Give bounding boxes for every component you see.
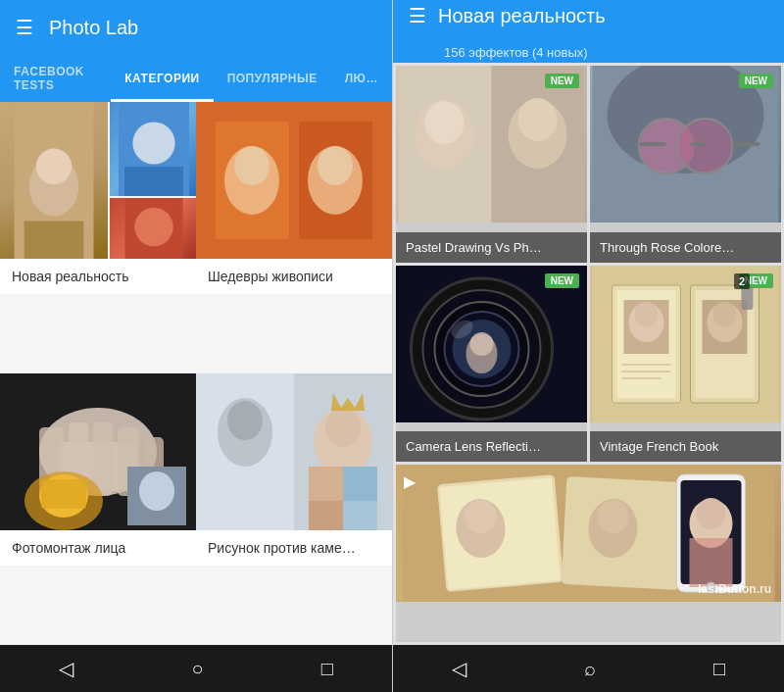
right-header-row: ☰ Новая реальность	[409, 4, 606, 27]
effect-card-rose[interactable]: NEW Through Rose Colore…	[590, 66, 781, 263]
right-back-nav-icon[interactable]: ◁	[452, 657, 466, 680]
svg-point-72	[635, 302, 659, 327]
right-header-subtitle: 156 эффектов (4 новых)	[444, 45, 588, 60]
right-menu-icon[interactable]: ☰	[409, 4, 426, 27]
left-panel: ☰ Photo Lab FACEBOOK TESTS КАТЕГОРИИ ПОП…	[0, 0, 392, 692]
effect-card-camera[interactable]: NEW Camera Lens Reflecti…	[396, 266, 587, 463]
new-badge-rose: NEW	[739, 74, 773, 88]
svg-point-16	[234, 146, 270, 185]
svg-rect-75	[622, 377, 662, 379]
effect-card-book-phone[interactable]: ▶ lastButton.ru	[396, 465, 781, 642]
svg-rect-74	[622, 371, 671, 372]
left-header: ☰ Photo Lab	[0, 0, 392, 55]
effect-card-pastel[interactable]: NEW Pastel Drawing Vs Ph…	[396, 66, 587, 263]
svg-point-49	[518, 98, 558, 141]
svg-rect-39	[309, 467, 343, 501]
new-badge-camera: NEW	[545, 273, 579, 288]
svg-rect-41	[309, 501, 343, 530]
recents-nav-icon[interactable]: □	[321, 658, 333, 680]
right-panel: ☰ Новая реальность 156 эффектов (4 новых…	[392, 0, 784, 692]
svg-rect-40	[343, 467, 377, 501]
right-search-icon[interactable]: ⌕	[584, 658, 596, 680]
svg-point-30	[139, 471, 174, 511]
video-icon-badge: ▶	[404, 472, 416, 491]
tab-categories[interactable]: КАТЕГОРИИ	[111, 55, 213, 102]
effect-card-vintage[interactable]: NEW 2 Vintage French Book	[590, 266, 781, 463]
watermark: lastButton.ru	[698, 582, 771, 596]
svg-point-94	[697, 498, 726, 529]
category-card-nueva[interactable]: Новая реальность	[0, 102, 196, 373]
tab-facebook-tests[interactable]: FACEBOOK TESTS	[0, 55, 111, 102]
new-badge-pastel: NEW	[545, 74, 579, 88]
tab-more[interactable]: ЛЮ…	[331, 55, 392, 102]
category-card-shedevry[interactable]: Шедевры живописи	[196, 102, 392, 373]
svg-point-17	[318, 146, 353, 185]
category-label-face: Фотомонтаж лица	[0, 530, 196, 566]
svg-point-46	[425, 101, 465, 144]
left-menu-icon[interactable]: ☰	[16, 16, 33, 39]
svg-rect-28	[41, 479, 86, 509]
svg-rect-95	[690, 538, 733, 587]
right-recents-nav-icon[interactable]: □	[713, 658, 725, 680]
right-header-title: Новая реальность	[438, 5, 606, 27]
svg-rect-3	[24, 222, 84, 260]
category-label-risunok: Рисунок против каме…	[196, 530, 392, 566]
home-nav-icon[interactable]: ○	[191, 658, 203, 680]
svg-rect-73	[622, 364, 671, 366]
left-header-title: Photo Lab	[49, 17, 138, 39]
left-nav-bar: ◁ ○ □	[0, 645, 392, 692]
number-badge-vintage: 2	[734, 273, 750, 289]
svg-point-65	[470, 332, 494, 356]
svg-point-80	[713, 302, 737, 327]
svg-point-2	[36, 149, 72, 184]
back-nav-icon[interactable]: ◁	[59, 657, 74, 680]
right-nav-bar: ◁ ⌕ □	[393, 645, 784, 692]
svg-point-34	[227, 401, 263, 440]
svg-rect-6	[124, 167, 183, 196]
svg-rect-57	[733, 142, 760, 146]
left-tabs: FACEBOOK TESTS КАТЕГОРИИ ПОПУЛЯРНЫЕ ЛЮ…	[0, 55, 392, 102]
svg-point-8	[134, 208, 172, 246]
category-label-shedevry: Шедевры живописи	[196, 259, 392, 294]
right-effects-grid: NEW Pastel Drawing Vs Ph… NEW	[393, 63, 784, 645]
svg-rect-56	[639, 142, 666, 146]
category-card-face[interactable]: Фотомонтаж лица	[0, 373, 196, 645]
svg-rect-55	[691, 142, 706, 146]
effect-label-rose: Through Rose Colore…	[590, 232, 781, 263]
left-category-grid: Новая реальность Шедевры живописи	[0, 102, 392, 645]
svg-rect-42	[343, 501, 377, 530]
effect-label-pastel: Pastel Drawing Vs Ph…	[396, 232, 587, 263]
right-header: ☰ Новая реальность 156 эффектов (4 новых…	[393, 0, 784, 63]
tab-popular[interactable]: ПОПУЛЯРНЫЕ	[214, 55, 331, 102]
category-label-nueva: Новая реальность	[0, 259, 196, 294]
effect-label-vintage: Vintage French Book	[590, 431, 781, 462]
category-card-risunok[interactable]: Рисунок против каме…	[196, 373, 392, 645]
svg-point-5	[132, 122, 174, 164]
svg-point-37	[325, 408, 361, 447]
effect-label-camera: Camera Lens Reflecti…	[396, 431, 587, 462]
